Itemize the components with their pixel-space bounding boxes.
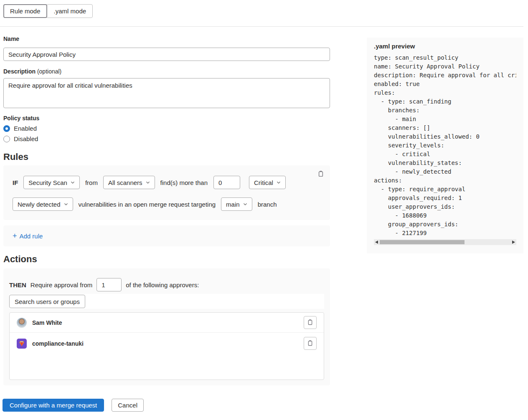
from-label: from [85, 179, 98, 186]
severity-value: Critical [254, 179, 273, 186]
configure-merge-request-button[interactable]: Configure with a merge request [3, 399, 104, 412]
rule-card: IF Security Scan from All scanners [3, 165, 330, 220]
chevron-down-icon [71, 180, 75, 185]
form-footer: Configure with a merge request Cancel [3, 399, 330, 412]
trash-icon [307, 319, 313, 326]
plus-icon [13, 233, 17, 240]
scroll-left-arrow-icon[interactable] [375, 240, 378, 244]
vulnerabilities-allowed-input[interactable] [213, 176, 240, 189]
approver-name: Sam White [32, 319, 62, 326]
chevron-down-icon [146, 180, 150, 185]
description-optional-text: (optional) [36, 68, 61, 75]
policy-editor-page: Rule mode .yaml mode Name Description (o… [0, 0, 528, 420]
name-input[interactable] [3, 48, 330, 61]
yaml-code: type: scan_result_policy name: Security … [374, 53, 516, 238]
then-keyword: THEN [9, 281, 26, 288]
policy-form: Name Description (optional) Require appr… [3, 27, 330, 412]
scrollbar-thumb[interactable] [380, 240, 465, 244]
name-label: Name [3, 35, 330, 42]
mode-tabs: Rule mode .yaml mode [3, 4, 528, 18]
delete-rule-button[interactable] [316, 169, 326, 180]
vulnerability-state-dropdown[interactable]: Newly detected [13, 197, 73, 211]
yaml-horizontal-scrollbar[interactable] [374, 239, 516, 245]
action-require-line: THEN Require approval from of the follow… [9, 278, 324, 291]
approvals-required-input[interactable] [96, 278, 122, 291]
targeting-label: vulnerabilities in an open merge request… [79, 201, 216, 208]
tab-rule-mode[interactable]: Rule mode [3, 4, 47, 18]
cancel-button[interactable]: Cancel [112, 399, 144, 412]
tab-yaml-mode[interactable]: .yaml mode [46, 4, 93, 18]
status-option-enabled[interactable]: Enabled [3, 125, 330, 132]
approver-search-input[interactable]: Search users or groups [9, 295, 85, 308]
remove-approver-button[interactable] [304, 337, 317, 350]
action-card: THEN Require approval from of the follow… [3, 268, 330, 385]
rule-condition-line-2: Newly detected vulnerabilities in an ope… [13, 197, 321, 211]
approver-name: compliance-tanuki [32, 340, 84, 347]
avatar [17, 318, 27, 328]
branch-suffix-label: branch [258, 201, 277, 208]
actions-heading: Actions [3, 254, 330, 265]
chevron-down-icon [64, 202, 68, 206]
description-label-text: Description [3, 68, 36, 75]
trash-icon [307, 340, 313, 347]
status-option-disabled[interactable]: Disabled [3, 135, 330, 142]
finds-more-than-label: find(s) more than [160, 179, 208, 186]
approver-row-group: compliance-tanuki [10, 332, 324, 354]
state-value: Newly detected [18, 201, 61, 208]
radio-unselected-icon[interactable] [3, 136, 10, 142]
approver-row-user: Sam White [10, 313, 324, 332]
branch-value: main [226, 201, 240, 208]
rules-heading: Rules [3, 152, 330, 162]
chevron-down-icon [243, 202, 247, 206]
radio-selected-icon[interactable] [3, 125, 10, 132]
approvers-suffix-label: of the following approvers: [126, 281, 199, 288]
description-input[interactable]: Require approval for all critical vulner… [3, 78, 330, 108]
add-rule-panel: Add rule [3, 225, 330, 246]
scan-type-dropdown[interactable]: Security Scan [23, 176, 80, 189]
yaml-preview-panel: .yaml preview type: scan_result_policy n… [367, 38, 523, 253]
require-approval-label: Require approval from [30, 281, 92, 288]
approver-list: Sam White [9, 312, 324, 380]
scanners-value: All scanners [108, 179, 142, 186]
severity-dropdown[interactable]: Critical [249, 176, 286, 189]
scroll-right-arrow-icon[interactable] [512, 240, 515, 244]
status-enabled-label: Enabled [14, 125, 37, 132]
if-keyword: IF [13, 179, 18, 186]
chevron-down-icon [277, 180, 281, 185]
policy-status-label: Policy status [3, 115, 330, 121]
rule-condition-line-1: IF Security Scan from All scanners [13, 176, 321, 189]
add-rule-label: Add rule [20, 233, 43, 240]
branch-dropdown[interactable]: main [221, 197, 252, 211]
avatar [17, 339, 27, 349]
description-label: Description (optional) [3, 68, 330, 75]
trash-icon [317, 172, 324, 178]
yaml-preview-title: .yaml preview [374, 43, 516, 50]
scanners-dropdown[interactable]: All scanners [103, 176, 155, 189]
status-disabled-label: Disabled [14, 135, 38, 142]
scan-type-value: Security Scan [28, 179, 67, 186]
approver-search-strip: Search users or groups [9, 294, 324, 309]
add-rule-button[interactable]: Add rule [13, 233, 43, 240]
remove-approver-button[interactable] [304, 316, 317, 329]
